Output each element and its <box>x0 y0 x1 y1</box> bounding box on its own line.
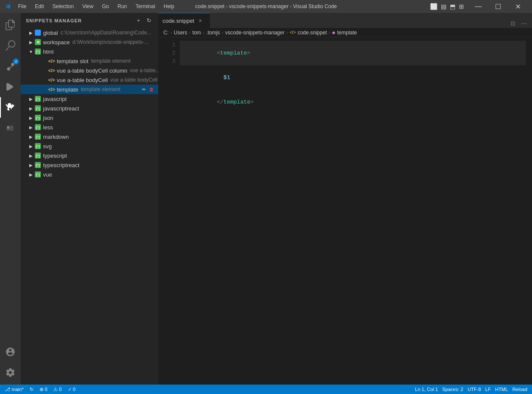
code-line-2[interactable]: $1 <box>180 65 526 90</box>
tree-item-global[interactable]: ▶ 🌐 global c:\Users\tom\AppData\Roaming\… <box>21 28 158 37</box>
spaces-label: Spaces: 2 <box>442 387 463 392</box>
tree-item-svg[interactable]: ▶ {"} svg <box>21 141 158 151</box>
code-line-1[interactable]: <template> <box>180 41 526 65</box>
menu-selection[interactable]: Selection <box>49 3 77 10</box>
tree-item-workspace[interactable]: ▶ ⚙ workspace d:\Work\tomjs\vscode-snipp… <box>21 37 158 47</box>
workspace-label: workspace <box>43 39 70 46</box>
sync-button[interactable]: ↻ <box>28 385 35 394</box>
cursor-position[interactable]: Ln 1, Col 1 <box>414 385 439 394</box>
tree-item-template-slot[interactable]: ▶ </> template slot template element <box>21 56 158 66</box>
title-bar-menu[interactable]: File Edit Selection View Go Run Terminal… <box>15 3 178 10</box>
workspace-icon: ⚙ <box>34 39 41 46</box>
tree-item-vue[interactable]: ▶ {"} vue <box>21 170 158 179</box>
javascriptreact-label: javascriptreact <box>43 105 79 112</box>
tree-item-json[interactable]: ▶ {"} json <box>21 113 158 122</box>
breadcrumb-file[interactable]: </> code.snippet <box>289 30 327 36</box>
breadcrumb-manager[interactable]: vscode-snippets-manager <box>225 30 284 36</box>
error-icon: ⊗ 0 <box>40 387 47 392</box>
chevron-right-icon: ▶ <box>28 162 34 168</box>
menu-view[interactable]: View <box>79 3 97 10</box>
template-item-actions: ✏ 🗑 <box>140 86 155 93</box>
sidebar-actions: + ↻ <box>134 16 153 25</box>
title-bar-left: File Edit Selection View Go Run Terminal… <box>4 3 178 10</box>
git-branch[interactable]: ⎇ main* <box>3 385 25 394</box>
tree-item-less[interactable]: ▶ {"} less <box>21 122 158 132</box>
tree-item-typescriptreact[interactable]: ▶ {"} typescriptreact <box>21 160 158 170</box>
grid-icon[interactable]: ⊞ <box>459 3 464 10</box>
position-label: Ln 1, Col 1 <box>415 387 438 392</box>
chevron-right-icon: ▶ <box>28 143 34 150</box>
vue-lang-icon: {"} <box>34 171 41 178</box>
vue-label: vue <box>43 171 52 178</box>
tree-item-vue-atb[interactable]: ▶ </> vue a-table bodyCell vue a-table b… <box>21 75 158 85</box>
sync-icon: ↻ <box>30 387 34 392</box>
tree-item-javascriptreact[interactable]: ▶ {"} javascriptreact <box>21 104 158 113</box>
edit-snippet-button[interactable]: ✏ <box>140 86 147 93</box>
line-numbers: 1 2 3 <box>158 37 180 385</box>
tree-item-html[interactable]: ▼ {"} html <box>21 47 158 56</box>
breadcrumb: C: › Users › tom › .tomjs › vscode-snipp… <box>158 28 532 37</box>
tree-item-javascript[interactable]: ▶ {"} javascript <box>21 94 158 104</box>
activity-run[interactable] <box>0 76 21 97</box>
refresh-button[interactable]: ↻ <box>145 16 153 25</box>
breadcrumb-tomjs[interactable]: .tomjs <box>206 30 220 36</box>
activity-explorer[interactable] <box>0 15 21 35</box>
reload-button[interactable]: Reload <box>511 385 529 394</box>
menu-terminal[interactable]: Terminal <box>132 3 158 10</box>
delete-snippet-button[interactable]: 🗑 <box>148 86 155 93</box>
activity-snippets[interactable] <box>0 118 21 138</box>
sidebar: SNIPPETS MANAGER + ↻ ▶ 🌐 global c:\Users… <box>21 13 158 385</box>
snippet-tree: ▶ 🌐 global c:\Users\tom\AppData\Roaming\… <box>21 28 158 385</box>
activity-settings[interactable] <box>0 362 21 383</box>
workspace-path: d:\Work\tomjs\vscode-snippets-... <box>72 39 148 45</box>
activity-extensions[interactable] <box>0 97 21 118</box>
warnings-indicator[interactable]: ⚠ 0 <box>52 385 63 394</box>
editor-content[interactable]: 1 2 3 <template> $1 </template> <box>158 37 532 385</box>
tree-item-markdown[interactable]: ▶ {"} markdown <box>21 132 158 141</box>
close-button[interactable]: ✕ <box>508 0 528 13</box>
minimize-button[interactable]: — <box>468 0 488 13</box>
file-encoding[interactable]: UTF-8 <box>466 385 482 394</box>
title-bar-controls: ⬜ ▤ ⬒ ⊞ — ☐ ✕ <box>430 0 528 13</box>
more-actions-button[interactable]: ⋯ <box>519 18 529 28</box>
add-snippet-button[interactable]: + <box>134 16 143 25</box>
errors-indicator[interactable]: ⊗ 0 <box>38 385 49 394</box>
placeholder-var: $1 <box>217 74 230 81</box>
split-icon[interactable]: ⬒ <box>450 3 455 10</box>
editor-tab-code-snippet[interactable]: code.snippet × <box>158 13 210 28</box>
menu-run[interactable]: Run <box>114 3 130 10</box>
menu-help[interactable]: Help <box>160 3 178 10</box>
tree-item-template[interactable]: ▶ </> template template element ✏ 🗑 <box>21 85 158 94</box>
menu-go[interactable]: Go <box>98 3 112 10</box>
split-editor-button[interactable]: ⊡ <box>508 18 517 28</box>
activity-account[interactable] <box>0 342 21 362</box>
menu-edit[interactable]: Edit <box>31 3 47 10</box>
activity-source-control[interactable]: 4 <box>0 56 21 76</box>
tab-close-button[interactable]: × <box>197 17 204 24</box>
typescript-lang-icon: {"} <box>34 152 41 159</box>
activity-search[interactable] <box>0 35 21 56</box>
typescript-label: typescript <box>43 153 67 159</box>
maximize-button[interactable]: ☐ <box>488 0 508 13</box>
tree-item-typescript[interactable]: ▶ {"} typescript <box>21 151 158 160</box>
javascriptreact-lang-icon: {"} <box>34 105 41 112</box>
code-area[interactable]: <template> $1 </template> <box>180 37 526 385</box>
indentation[interactable]: Spaces: 2 <box>441 385 464 394</box>
vue-atb-column-desc: vue a-table... <box>130 67 158 73</box>
layout-icon[interactable]: ⬜ <box>430 3 437 10</box>
breadcrumb-users[interactable]: Users <box>174 30 187 36</box>
scrollbar[interactable] <box>526 37 532 385</box>
code-line-3[interactable]: </template> <box>180 90 526 114</box>
menu-file[interactable]: File <box>15 3 30 10</box>
breadcrumb-template[interactable]: ◆ template <box>332 30 357 36</box>
breadcrumb-tom[interactable]: tom <box>192 30 201 36</box>
sidebar-icon[interactable]: ▤ <box>441 3 446 10</box>
language-mode[interactable]: HTML <box>494 385 509 394</box>
breadcrumb-c[interactable]: C: <box>163 30 169 36</box>
chevron-right-icon: ▶ <box>28 95 34 102</box>
tree-item-vue-atb-column[interactable]: ▶ </> vue a-table bodyCell column vue a-… <box>21 66 158 75</box>
line-ending[interactable]: LF <box>484 385 492 394</box>
global-label: global <box>43 30 58 36</box>
main-layout: 4 SNIPPETS MANAGER + ↻ <box>0 13 532 385</box>
notification-indicator[interactable]: ✓ 0 <box>67 385 77 394</box>
